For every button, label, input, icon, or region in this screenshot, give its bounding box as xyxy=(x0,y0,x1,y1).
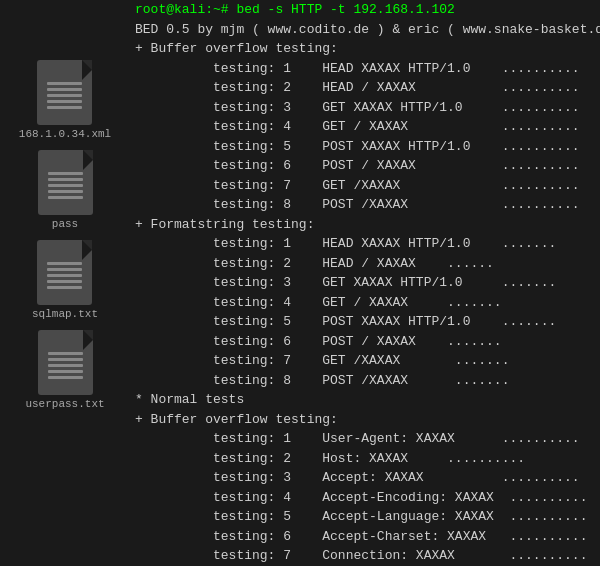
main-content: root@kali:~# bed -s HTTP -t 192.168.1.10… xyxy=(130,0,600,566)
file-icon-userpass: userpass.txt xyxy=(25,330,104,410)
file-doc-xml xyxy=(37,60,92,125)
prompt-line: root@kali:~# bed -s HTTP -t 192.168.1.10… xyxy=(135,2,455,17)
file-label-sqlmap: sqlmap.txt xyxy=(32,308,98,320)
file-icon-sqlmap: sqlmap.txt xyxy=(32,240,98,320)
section3-normal: * Normal tests xyxy=(135,392,244,407)
sidebar: 168.1.0.34.xml pass xyxy=(0,0,130,566)
terminal-window: 168.1.0.34.xml pass xyxy=(0,0,600,566)
section3-header: + Buffer overflow testing: xyxy=(135,412,338,427)
section2-header: + Formatstring testing: xyxy=(135,217,314,232)
file-doc-pass xyxy=(38,150,93,215)
file-label-userpass: userpass.txt xyxy=(25,398,104,410)
file-label-xml: 168.1.0.34.xml xyxy=(19,128,111,140)
section1-header: + Buffer overflow testing: xyxy=(135,41,338,56)
file-label-pass: pass xyxy=(52,218,78,230)
terminal-output: root@kali:~# bed -s HTTP -t 192.168.1.10… xyxy=(135,0,595,566)
file-icon-pass: pass xyxy=(38,150,93,230)
file-icon-xml: 168.1.0.34.xml xyxy=(19,60,111,140)
file-doc-sqlmap xyxy=(37,240,92,305)
info-line: BED 0.5 by mjm ( www.codito.de ) & eric … xyxy=(135,22,600,37)
file-doc-userpass xyxy=(38,330,93,395)
